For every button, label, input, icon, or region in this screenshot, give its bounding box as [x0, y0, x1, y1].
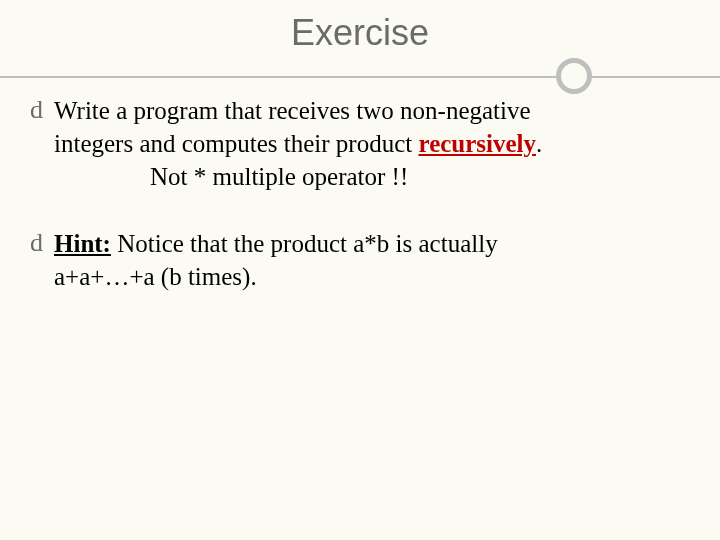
bullet-item-1: d Write a program that receives two non-… — [30, 94, 690, 193]
hint-label: Hint: — [54, 230, 111, 257]
title-circle-decoration — [556, 58, 592, 94]
keyword-recursively: recursively — [418, 130, 536, 157]
bullet-glyph-icon: d — [30, 94, 52, 127]
bullet-1-indent-line: Not * multiple operator !! — [30, 160, 690, 193]
content-area: d Write a program that receives two non-… — [0, 54, 720, 293]
bullet-2-line-1: Hint: Notice that the product a*b is act… — [54, 227, 690, 260]
title-area: Exercise — [0, 0, 720, 54]
bullet-glyph-icon: d — [30, 227, 52, 260]
slide-container: Exercise d Write a program that receives… — [0, 0, 720, 540]
bullet-1-line-1: Write a program that receives two non-ne… — [54, 94, 690, 127]
bullet-1-line-2: integers and computes their product recu… — [54, 127, 690, 160]
slide-title: Exercise — [0, 12, 720, 54]
bullet-item-2: d Hint: Notice that the product a*b is a… — [30, 227, 690, 293]
horizontal-rule — [0, 76, 720, 78]
bullet-2-line-2: a+a+…+a (b times). — [54, 260, 690, 293]
